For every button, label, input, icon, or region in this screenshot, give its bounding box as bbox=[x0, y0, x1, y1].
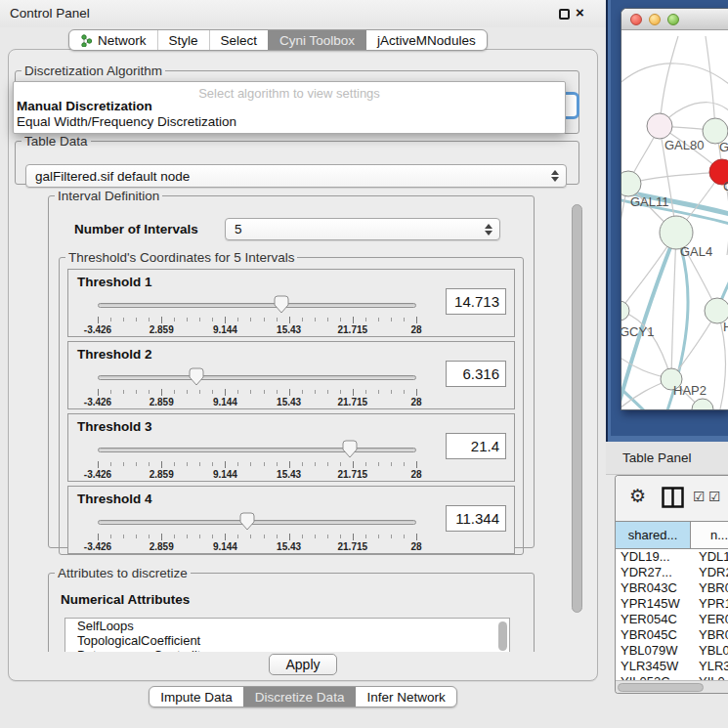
table-row[interactable]: YBL079WYBL0 bbox=[616, 643, 728, 659]
slider-tick-marks bbox=[98, 389, 416, 396]
slider-thumb[interactable] bbox=[239, 512, 255, 531]
window-float-icon[interactable] bbox=[559, 9, 570, 20]
minimize-traffic-light-icon[interactable] bbox=[649, 14, 661, 25]
tick-label: -3.426 bbox=[84, 324, 111, 335]
tab-jactivemnodules[interactable]: jActiveMNodules bbox=[365, 30, 487, 50]
threshold-slider[interactable] bbox=[98, 512, 416, 532]
network-window: GAL80GACGAL11GAL4GCY1HHAP2 bbox=[621, 8, 728, 410]
tick-label: 15.43 bbox=[277, 324, 301, 335]
network-edge[interactable] bbox=[628, 172, 722, 184]
numerical-attributes-list[interactable]: SelfLoopsTopologicalCoefficientBetweenne… bbox=[64, 618, 510, 652]
table-data-title: Table Data bbox=[21, 134, 91, 149]
column-header-2[interactable]: n... bbox=[691, 521, 728, 549]
algorithm-hint: Select algorithm to view settings bbox=[14, 82, 565, 99]
table-row[interactable]: YDR27...YDR2 bbox=[616, 565, 728, 580]
tab-label: jActiveMNodules bbox=[377, 33, 476, 48]
checkbox-icon[interactable]: ☑ bbox=[708, 489, 721, 504]
network-edge[interactable] bbox=[671, 233, 676, 379]
threshold-value-field[interactable]: 11.344 bbox=[446, 505, 506, 532]
split-columns-icon[interactable] bbox=[662, 487, 684, 508]
network-edge[interactable] bbox=[706, 36, 715, 131]
tick-label: 9.144 bbox=[213, 397, 237, 407]
panel-scrollbar[interactable] bbox=[571, 193, 584, 642]
close-traffic-light-icon[interactable] bbox=[630, 14, 642, 25]
interval-definition-group: Interval Definition Number of Intervals … bbox=[48, 189, 535, 548]
slider-track bbox=[98, 303, 416, 308]
discretization-algorithm-title: Discretization Algorithm bbox=[21, 64, 165, 78]
numerical-attribute-item[interactable]: BetweennessCentrality bbox=[65, 648, 509, 652]
table-row[interactable]: YDL19...YDL1 bbox=[616, 549, 728, 565]
combo-arrows-icon bbox=[551, 170, 559, 182]
cell-name: YDR2 bbox=[691, 565, 728, 580]
numerical-attribute-item[interactable]: TopologicalCoefficient bbox=[65, 633, 509, 648]
threshold-label: Threshold 2 bbox=[77, 347, 152, 362]
cell-shared-name: YDL19... bbox=[616, 549, 691, 565]
node-label-gal4: GAL4 bbox=[680, 244, 712, 259]
node-gcy1[interactable] bbox=[621, 301, 629, 321]
gear-icon[interactable]: ⚙ bbox=[629, 485, 646, 507]
tab-select[interactable]: Select bbox=[209, 30, 269, 50]
table-row[interactable]: YBR045CYBR0 bbox=[616, 627, 728, 643]
algorithm-dropdown-popup: Select algorithm to view settings Manual… bbox=[13, 81, 566, 134]
tick-label: 2.859 bbox=[150, 397, 174, 407]
node-gal80[interactable] bbox=[647, 113, 672, 139]
tab-cyni-toolbox[interactable]: Cyni Toolbox bbox=[268, 30, 365, 50]
slider-thumb[interactable] bbox=[189, 367, 204, 386]
tab-label: Network bbox=[98, 33, 147, 48]
table-row[interactable]: YER054CYER0 bbox=[616, 612, 728, 627]
threshold-value-field[interactable]: 21.4 bbox=[446, 433, 506, 459]
checkbox-icon[interactable]: ☑ bbox=[693, 489, 706, 504]
tab-discretize-data[interactable]: Discretize Data bbox=[243, 687, 356, 707]
slider-thumb[interactable] bbox=[342, 440, 358, 458]
table-horizontal-scrollbar[interactable] bbox=[616, 680, 728, 694]
zoom-traffic-light-icon[interactable] bbox=[667, 14, 679, 25]
network-canvas[interactable]: GAL80GACGAL11GAL4GCY1HHAP2 bbox=[621, 30, 728, 409]
cell-name: YER0 bbox=[691, 612, 728, 627]
threshold-slider[interactable] bbox=[98, 440, 416, 459]
node-bottom[interactable] bbox=[692, 399, 713, 409]
table-row[interactable]: YBR043CYBR0 bbox=[616, 580, 728, 596]
node-label-c: C bbox=[723, 179, 728, 193]
tab-label: Impute Data bbox=[160, 690, 233, 705]
cell-shared-name: YBL079W bbox=[616, 643, 691, 659]
threshold-value-field[interactable]: 6.316 bbox=[446, 361, 506, 387]
tick-label: 9.144 bbox=[213, 469, 237, 480]
table-row[interactable]: YLR345WYLR3 bbox=[616, 659, 728, 674]
slider-tick-labels: -3.4262.8599.14415.4321.71528 bbox=[98, 469, 416, 480]
spinner-arrows-icon bbox=[485, 224, 492, 236]
window-close-icon[interactable]: × bbox=[576, 4, 584, 21]
tab-impute-data[interactable]: Impute Data bbox=[150, 687, 243, 707]
attributes-group-title: Attributes to discretize bbox=[55, 566, 191, 580]
list-scrollbar[interactable] bbox=[498, 621, 507, 651]
numerical-attribute-item[interactable]: SelfLoops bbox=[65, 619, 509, 633]
cell-name: YDL1 bbox=[691, 549, 728, 565]
table-row[interactable]: YPR145WYPR1 bbox=[616, 596, 728, 612]
threshold-slider[interactable] bbox=[98, 295, 416, 315]
column-header-1[interactable]: shared... bbox=[616, 521, 691, 549]
apply-button[interactable]: Apply bbox=[269, 654, 337, 675]
node-label-hap2: HAP2 bbox=[673, 383, 707, 398]
tick-label: 2.859 bbox=[150, 469, 174, 480]
settings-scroll-area: Interval Definition Number of Intervals … bbox=[15, 187, 574, 652]
number-of-intervals-value: 5 bbox=[226, 222, 485, 236]
threshold-value-field[interactable]: 14.713 bbox=[446, 288, 506, 315]
thresholds-group-title: Threshold's Coordinates for 5 Intervals bbox=[65, 250, 297, 265]
threshold-label: Threshold 4 bbox=[77, 492, 152, 506]
tab-network[interactable]: Network bbox=[69, 30, 157, 50]
slider-tick-labels: -3.4262.8599.14415.4321.71528 bbox=[98, 397, 416, 407]
algorithm-option-manual-discretization[interactable]: Manual Discretization bbox=[14, 99, 565, 114]
slider-thumb[interactable] bbox=[274, 295, 289, 314]
slider-tick-marks bbox=[98, 461, 416, 468]
tick-label: 9.144 bbox=[213, 324, 237, 335]
table-data-combo[interactable]: galFiltered.sif default node bbox=[25, 164, 567, 188]
number-of-intervals-spinner[interactable]: 5 bbox=[225, 218, 500, 240]
tab-infer-network[interactable]: Infer Network bbox=[355, 687, 455, 707]
tick-label: 28 bbox=[410, 324, 421, 335]
number-of-intervals-label: Number of Intervals bbox=[74, 222, 198, 236]
algorithm-option-equal-width-frequency-discretization[interactable]: Equal Width/Frequency Discretization bbox=[14, 114, 565, 130]
tick-label: 21.715 bbox=[338, 469, 368, 480]
tab-label: Style bbox=[169, 33, 198, 48]
threshold-slider[interactable] bbox=[98, 367, 416, 387]
tab-style[interactable]: Style bbox=[157, 30, 209, 50]
node-label-ga: GA bbox=[719, 140, 728, 154]
